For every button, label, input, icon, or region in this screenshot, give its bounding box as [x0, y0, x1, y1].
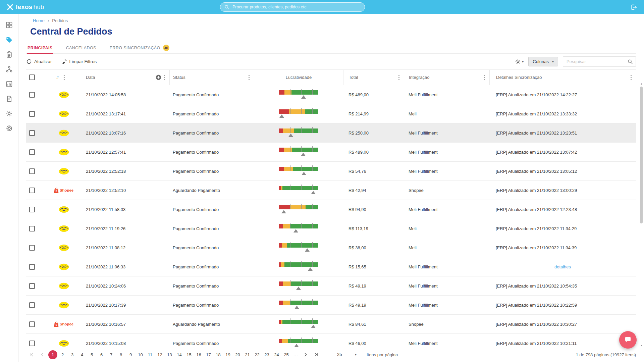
page-button-12[interactable]: 12: [155, 350, 164, 359]
page-button-18[interactable]: 18: [214, 350, 223, 359]
table-row[interactable]: 21/10/2022 13:17:41Pagamento ConfirmadoR…: [26, 104, 636, 123]
row-checkbox[interactable]: [29, 341, 35, 346]
row-checkbox[interactable]: [29, 302, 35, 308]
table-settings-button[interactable]: ▾: [515, 59, 524, 65]
row-checkbox[interactable]: [29, 283, 35, 289]
global-search[interactable]: [220, 2, 365, 12]
sidebar-item-integrations[interactable]: [0, 62, 19, 76]
last-page-button[interactable]: [311, 351, 322, 358]
page-button-25[interactable]: 25: [282, 350, 291, 359]
page-button-20[interactable]: 20: [233, 350, 242, 359]
table-search-input[interactable]: [567, 59, 628, 64]
sidebar-item-documents[interactable]: [0, 91, 19, 106]
breadcrumb-home-link[interactable]: Home: [33, 18, 45, 23]
refresh-button[interactable]: Atualizar: [26, 59, 52, 64]
chat-launcher-button[interactable]: [619, 331, 637, 349]
column-menu-icon[interactable]: [63, 74, 65, 80]
row-checkbox[interactable]: [29, 226, 35, 231]
columns-button[interactable]: Colunas ▾: [528, 57, 558, 66]
table-row[interactable]: 21/10/2022 14:05:58Pagamento ConfirmadoR…: [26, 85, 636, 104]
row-checkbox[interactable]: [29, 130, 35, 136]
clear-filters-button[interactable]: Limpar Filtros: [61, 59, 97, 64]
page-button-11[interactable]: 11: [146, 350, 155, 359]
page-button-6[interactable]: 6: [97, 350, 106, 359]
page-button-2[interactable]: 2: [58, 350, 67, 359]
sidebar-item-dashboard[interactable]: [0, 17, 19, 32]
sidebar-item-settings[interactable]: [0, 106, 19, 121]
column-header-status[interactable]: Status: [169, 70, 254, 85]
row-checkbox[interactable]: [29, 149, 35, 155]
page-button-21[interactable]: 21: [243, 350, 252, 359]
table-row[interactable]: 21/10/2022 10:15:08Pagamento ConfirmadoR…: [26, 334, 636, 347]
row-checkbox[interactable]: [29, 245, 35, 251]
row-checkbox[interactable]: [29, 92, 35, 98]
column-header-total[interactable]: Total: [343, 70, 404, 85]
tab-principais[interactable]: PRINCIPAIS: [27, 42, 53, 53]
row-checkbox[interactable]: [29, 188, 35, 193]
table-row[interactable]: 21/10/2022 11:08:12Pagamento ConfirmadoR…: [26, 238, 636, 257]
page-button-15[interactable]: 15: [184, 350, 194, 359]
select-all-checkbox[interactable]: [29, 74, 35, 80]
page-button-9[interactable]: 9: [126, 350, 135, 359]
table-row[interactable]: SShopee21/10/2022 12:52:10Aguardando Pag…: [26, 181, 636, 200]
table-row[interactable]: 21/10/2022 11:58:03Pagamento ConfirmadoR…: [26, 200, 636, 219]
tab-cancelados[interactable]: CANCELADOS: [65, 42, 97, 53]
row-checkbox[interactable]: [29, 168, 35, 174]
lexos-logo[interactable]: lexoshub: [7, 3, 44, 11]
page-button-1[interactable]: 1: [48, 350, 57, 359]
scroll-down-arrow-icon[interactable]: ▼: [640, 344, 643, 347]
page-button-4[interactable]: 4: [77, 350, 87, 359]
column-menu-icon[interactable]: [484, 74, 485, 80]
page-button-22[interactable]: 22: [253, 350, 262, 359]
sidebar-item-products[interactable]: [0, 32, 19, 47]
scrollbar-thumb[interactable]: [640, 87, 643, 223]
sidebar-item-support[interactable]: [0, 121, 19, 136]
column-header-marketplace[interactable]: #: [45, 70, 82, 85]
previous-page-button[interactable]: [37, 351, 48, 358]
page-button-5[interactable]: 5: [87, 350, 96, 359]
column-header-lucratividade[interactable]: Lucratividade: [254, 70, 343, 85]
global-search-input[interactable]: [232, 5, 361, 9]
page-size-select[interactable]: 25 ▾: [336, 351, 358, 358]
row-checkbox[interactable]: [29, 264, 35, 270]
table-row[interactable]: 21/10/2022 12:57:41Pagamento ConfirmadoR…: [26, 143, 636, 162]
column-menu-icon[interactable]: [164, 74, 165, 80]
table-search[interactable]: [563, 56, 636, 67]
page-button-14[interactable]: 14: [175, 350, 184, 359]
page-button-3[interactable]: 3: [68, 350, 77, 359]
sidebar-item-reports[interactable]: [0, 76, 19, 91]
sync-detalhes-link[interactable]: detalhes: [554, 264, 571, 269]
page-button-19[interactable]: 19: [223, 350, 232, 359]
column-header-detalhes[interactable]: Detalhes Sincronização: [489, 70, 636, 85]
page-button-7[interactable]: 7: [107, 350, 116, 359]
page-button-8[interactable]: 8: [116, 350, 125, 359]
column-header-integracao[interactable]: Integração: [404, 70, 489, 85]
table-row[interactable]: 21/10/2022 13:07:16Pagamento ConfirmadoR…: [26, 123, 636, 143]
page-button-24[interactable]: 24: [272, 350, 281, 359]
column-menu-icon[interactable]: [398, 74, 400, 80]
row-checkbox[interactable]: [29, 111, 35, 117]
column-menu-icon[interactable]: [630, 74, 632, 80]
table-row[interactable]: 21/10/2022 11:06:33Pagamento ConfirmadoR…: [26, 257, 636, 276]
row-checkbox[interactable]: [29, 321, 35, 327]
row-checkbox[interactable]: [29, 207, 35, 212]
sort-desc-icon[interactable]: [156, 74, 161, 80]
page-button-17[interactable]: 17: [204, 350, 213, 359]
next-page-button[interactable]: [300, 351, 311, 358]
sidebar-item-orders[interactable]: [0, 47, 19, 62]
page-button-16[interactable]: 16: [194, 350, 203, 359]
column-header-data[interactable]: Data: [82, 70, 169, 85]
scroll-up-arrow-icon[interactable]: ▲: [640, 83, 643, 85]
page-button-23[interactable]: 23: [262, 350, 271, 359]
table-row[interactable]: SShopee21/10/2022 10:16:57Aguardando Pag…: [26, 315, 636, 334]
page-button-10[interactable]: 10: [136, 350, 145, 359]
column-menu-icon[interactable]: [248, 74, 250, 80]
first-page-button[interactable]: [26, 351, 37, 358]
tab-erro-sincroniza-o[interactable]: ERRO SINCRONIZAÇÃO30: [109, 42, 170, 53]
table-row[interactable]: 21/10/2022 10:17:39Pagamento ConfirmadoR…: [26, 296, 636, 315]
pagination-ellipsis[interactable]: ...: [291, 352, 300, 357]
search-icon[interactable]: [628, 59, 633, 64]
table-row[interactable]: 21/10/2022 12:52:18Pagamento ConfirmadoR…: [26, 162, 636, 181]
table-row[interactable]: 21/10/2022 11:19:26Pagamento ConfirmadoR…: [26, 219, 636, 238]
table-row[interactable]: 21/10/2022 10:24:06Pagamento ConfirmadoR…: [26, 276, 636, 296]
